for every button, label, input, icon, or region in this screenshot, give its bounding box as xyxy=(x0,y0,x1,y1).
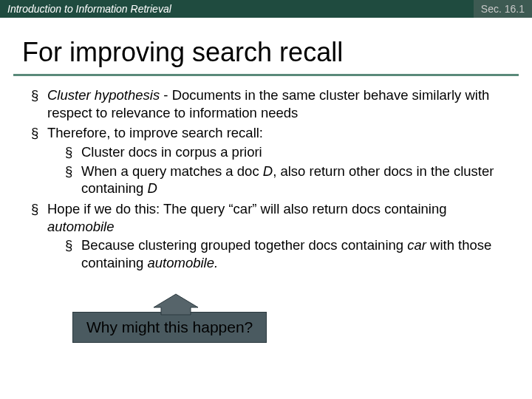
bullet-3-sublist: Because clustering grouped together docs… xyxy=(47,236,514,271)
slide-title: For improving search recall xyxy=(0,18,532,74)
course-title: Introduction to Information Retrieval xyxy=(7,3,171,15)
bullet-3-sub-1: Because clustering grouped together docs… xyxy=(65,236,514,271)
callout-box: Why might this happen? xyxy=(72,312,267,343)
callout-text: Why might this happen? xyxy=(86,318,253,335)
bullet-2-text: Therefore, to improve search recall: xyxy=(47,125,263,140)
slide: Introduction to Information Retrieval Se… xyxy=(0,0,532,399)
bullet-1-term: Cluster hypothesis xyxy=(47,87,160,103)
bullet-1: Cluster hypothesis - Documents in the sa… xyxy=(31,86,514,121)
bullet-3-text: Hope if we do this: The query “car” will… xyxy=(47,201,447,216)
b3s-auto: automobile. xyxy=(147,255,218,270)
b2s2-a: When a query matches a doc xyxy=(81,163,263,179)
slide-body: Cluster hypothesis - Documents in the sa… xyxy=(0,76,532,272)
callout: Why might this happen? xyxy=(72,312,267,343)
b2s2-var-d2: D xyxy=(147,180,157,196)
bullet-3-automobile: automobile xyxy=(47,219,115,234)
b3s-car: car xyxy=(407,237,426,253)
bullet-list: Cluster hypothesis - Documents in the sa… xyxy=(18,86,514,272)
bullet-3: Hope if we do this: The query “car” will… xyxy=(31,200,514,272)
b2s2-var-d: D xyxy=(263,163,273,179)
b3s-a: Because clustering grouped together docs… xyxy=(81,237,407,253)
bullet-2-sub-1: Cluster docs in corpus a priori xyxy=(65,143,514,161)
section-label: Sec. 16.1 xyxy=(474,0,532,18)
bullet-2: Therefore, to improve search recall: Clu… xyxy=(31,124,514,197)
topbar: Introduction to Information Retrieval Se… xyxy=(0,0,532,18)
bullet-2-sub-2: When a query matches a doc D, also retur… xyxy=(65,163,514,197)
bullet-2-sublist: Cluster docs in corpus a priori When a q… xyxy=(47,143,514,197)
